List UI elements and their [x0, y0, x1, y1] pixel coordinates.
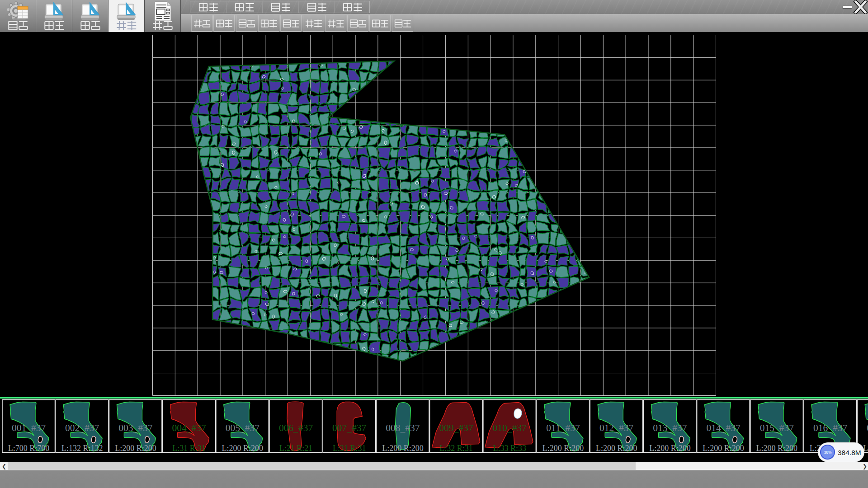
svg-text:016_#37: 016_#37 — [813, 422, 848, 433]
svg-text:L:200 R:200: L:200 R:200 — [115, 444, 156, 453]
svg-text:L:200 R:200: L:200 R:200 — [382, 444, 424, 453]
svg-text:L:31 R:31: L:31 R:31 — [172, 444, 206, 453]
svg-text:L:21 R:21: L:21 R:21 — [279, 444, 313, 453]
svg-text:003_#37: 003_#37 — [118, 422, 153, 433]
svg-text:011_#37: 011_#37 — [546, 422, 580, 433]
svg-text:009_#37: 009_#37 — [439, 422, 473, 433]
svg-text:013_#37: 013_#37 — [653, 422, 687, 433]
svg-text:004_#37: 004_#37 — [172, 422, 206, 433]
svg-text:006_#37: 006_#37 — [279, 422, 313, 433]
svg-text:L:31 R:31: L:31 R:31 — [333, 444, 366, 453]
svg-text:L:32 R:31: L:32 R:31 — [439, 444, 473, 453]
svg-text:002_#37: 002_#37 — [65, 422, 99, 433]
svg-text:L:200 R:200: L:200 R:200 — [703, 444, 744, 453]
svg-text:L:132 R:132: L:132 R:132 — [61, 444, 103, 453]
svg-text:001_#37: 001_#37 — [12, 422, 46, 433]
svg-text:L:700 R:700: L:700 R:700 — [8, 444, 50, 453]
svg-text:L:33 R:33: L:33 R:33 — [493, 444, 527, 453]
svg-text:L:200 R:200: L:200 R:200 — [222, 444, 264, 453]
svg-text:008_#37: 008_#37 — [386, 422, 420, 433]
svg-text:L:200 R:200: L:200 R:200 — [649, 444, 691, 453]
svg-text:L:200 R:200: L:200 R:200 — [596, 444, 637, 453]
svg-text:L:200 R:200: L:200 R:200 — [542, 444, 584, 453]
svg-text:005_#37: 005_#37 — [226, 422, 260, 433]
svg-text:L:200 R:200: L:200 R:200 — [756, 444, 798, 453]
svg-text:015_#37: 015_#37 — [760, 422, 794, 433]
svg-text:007_#37: 007_#37 — [332, 422, 367, 433]
svg-text:014_#37: 014_#37 — [706, 422, 741, 433]
svg-text:010_#37: 010_#37 — [493, 422, 527, 433]
svg-text:012_#37: 012_#37 — [599, 422, 634, 433]
